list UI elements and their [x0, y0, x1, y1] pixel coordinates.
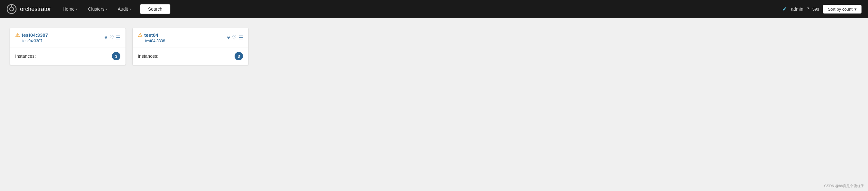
search-button[interactable]: Search	[140, 4, 170, 14]
instances-label-0: Instances:	[15, 54, 36, 59]
nav-timer: ↻ 59s	[807, 6, 819, 11]
navbar-right: ✔ admin ↻ 59s Sort by count ▾	[782, 5, 862, 13]
instances-badge-0[interactable]: 3	[112, 52, 120, 60]
navbar: orchestrator Home ▾ Clusters ▾ Audit ▾ S…	[0, 0, 868, 18]
cluster-subtitle-0[interactable]: test04:3307	[15, 39, 48, 43]
card-header-1: ⚠ test04 test04:3308 ♥ ♡ ☰	[133, 28, 248, 47]
instances-badge-1[interactable]: 3	[235, 52, 243, 60]
clusters-dropdown-arrow: ▾	[106, 7, 107, 11]
home-dropdown-arrow: ▾	[76, 7, 78, 11]
card-body-1: Instances: 3	[133, 47, 248, 65]
list-icon-1[interactable]: ☰	[239, 34, 243, 41]
audit-dropdown-arrow: ▾	[129, 7, 131, 11]
sort-dropdown-arrow: ▾	[855, 7, 857, 11]
warning-icon-0: ⚠	[15, 32, 20, 38]
card-body-0: Instances: 3	[10, 47, 126, 65]
heart-outline-icon-0[interactable]: ♡	[110, 34, 114, 41]
heart-filled-icon-1[interactable]: ♥	[227, 35, 230, 41]
cluster-subtitle-1[interactable]: test04:3308	[138, 39, 165, 43]
refresh-icon: ↻	[807, 6, 811, 11]
list-icon-0[interactable]: ☰	[116, 34, 120, 41]
brand-link[interactable]: orchestrator	[6, 4, 51, 14]
card-header-0: ⚠ test04:3307 test04:3307 ♥ ♡ ☰	[10, 28, 126, 47]
nav-audit[interactable]: Audit ▾	[114, 4, 135, 14]
brand-logo-icon	[6, 4, 17, 14]
brand-name: orchestrator	[20, 6, 51, 12]
instances-label-1: Instances:	[138, 54, 158, 59]
main-content: ⚠ test04:3307 test04:3307 ♥ ♡ ☰ Instance…	[0, 18, 868, 75]
cluster-name-link-1[interactable]: ⚠ test04	[138, 32, 165, 38]
svg-point-1	[10, 7, 13, 11]
heart-outline-icon-1[interactable]: ♡	[232, 34, 237, 41]
warning-icon-1: ⚠	[138, 32, 142, 38]
cluster-name-link-0[interactable]: ⚠ test04:3307	[15, 32, 48, 38]
card-title-left-0: ⚠ test04:3307 test04:3307	[15, 32, 48, 43]
cluster-card-1: ⚠ test04 test04:3308 ♥ ♡ ☰ Instances: 3	[132, 28, 248, 65]
nav-home[interactable]: Home ▾	[59, 4, 81, 14]
card-actions-1: ♥ ♡ ☰	[227, 34, 243, 41]
nav-clusters[interactable]: Clusters ▾	[84, 4, 111, 14]
cluster-card-0: ⚠ test04:3307 test04:3307 ♥ ♡ ☰ Instance…	[10, 28, 126, 65]
watermark: CSDN @hh真是个傻柱子	[824, 184, 864, 188]
nav-user: admin	[791, 6, 803, 11]
card-title-left-1: ⚠ test04 test04:3308	[138, 32, 165, 43]
status-icon: ✔	[782, 5, 787, 12]
heart-filled-icon-0[interactable]: ♥	[104, 35, 108, 41]
card-actions-0: ♥ ♡ ☰	[104, 34, 121, 41]
sort-button[interactable]: Sort by count ▾	[823, 5, 862, 13]
